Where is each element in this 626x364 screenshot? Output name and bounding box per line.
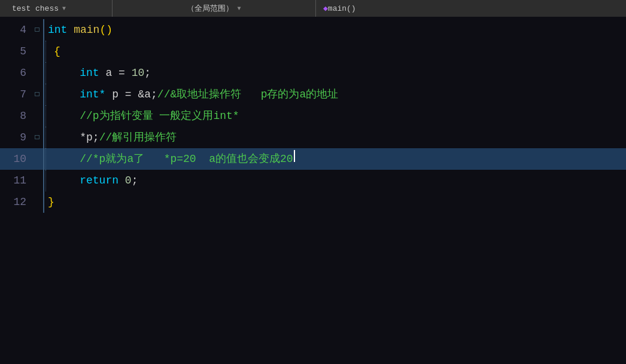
code-lines: 4□int main()5{6 int a = 10;7□ int* p = &… <box>0 17 626 213</box>
line-number: 12 <box>0 191 31 213</box>
fold-indicator[interactable]: □ <box>31 19 43 41</box>
code-content[interactable]: } <box>45 191 626 213</box>
token <box>54 175 80 186</box>
indent-guide-1 <box>43 170 44 191</box>
token <box>67 24 74 36</box>
code-line-7: 7□ int* p = &a;//&取地址操作符 p存的为a的地址 <box>0 84 626 105</box>
token: 0 <box>125 175 132 186</box>
indent-guide-2 <box>45 170 50 191</box>
code-line-4: 4□int main() <box>0 19 626 41</box>
token: ; <box>144 67 151 79</box>
indent-guide-2 <box>45 105 50 127</box>
scope-section[interactable]: （全局范围） ▼ <box>113 0 316 17</box>
indent-guide-1 <box>43 191 44 213</box>
line-number: 8 <box>0 105 31 127</box>
token: ; <box>132 175 138 186</box>
indent-guide-2 <box>45 148 50 170</box>
function-label: main() <box>328 4 356 13</box>
token: *p; <box>54 131 99 143</box>
project-dropdown-icon[interactable]: ▼ <box>62 5 66 12</box>
code-content[interactable]: return 0; <box>51 170 626 191</box>
token: main <box>74 24 99 36</box>
indent-guide-1 <box>43 105 44 127</box>
token: } <box>48 196 54 208</box>
code-line-6: 6 int a = 10; <box>0 62 626 84</box>
indent-guide-1 <box>43 41 44 62</box>
code-line-5: 5{ <box>0 41 626 62</box>
code-line-11: 11 return 0; <box>0 170 626 191</box>
indent-guide-2 <box>45 41 50 62</box>
line-number: 6 <box>0 62 31 84</box>
code-content[interactable]: { <box>51 41 626 62</box>
function-icon: ◆ <box>323 4 328 13</box>
token: p = &a; <box>105 88 157 100</box>
indent-guide-1 <box>43 19 44 41</box>
fold-indicator[interactable]: □ <box>31 127 43 148</box>
line-number: 11 <box>0 170 31 191</box>
code-line-9: 9□ *p;//解引用操作符 <box>0 127 626 148</box>
indent-guide-2 <box>45 62 50 84</box>
line-number: 10 <box>0 148 31 170</box>
line-number: 9 <box>0 127 31 148</box>
token: int* <box>54 88 105 100</box>
title-bar: test chess ▼ （全局范围） ▼ ◆ main() <box>0 0 626 17</box>
token: return <box>80 175 118 186</box>
line-number: 7 <box>0 84 31 105</box>
code-content[interactable]: //*p就为a了 *p=20 a的值也会变成20 <box>51 148 626 170</box>
token: int <box>48 24 67 36</box>
indent-guide-1 <box>43 127 44 148</box>
scope-label: （全局范围） <box>187 3 233 14</box>
token: a = <box>99 67 132 79</box>
code-content[interactable]: int main() <box>45 19 626 41</box>
project-label: test chess <box>12 4 59 13</box>
project-name[interactable]: test chess ▼ <box>5 0 113 17</box>
token: int <box>54 67 99 79</box>
code-editor: 4□int main()5{6 int a = 10;7□ int* p = &… <box>0 17 626 364</box>
token: { <box>54 45 60 57</box>
token <box>118 175 125 186</box>
indent-guide-1 <box>43 62 44 84</box>
text-cursor <box>294 150 295 162</box>
token: 10 <box>132 67 145 79</box>
line-number: 5 <box>0 41 31 62</box>
code-content[interactable]: int a = 10; <box>51 62 626 84</box>
fold-indicator[interactable]: □ <box>31 84 43 105</box>
token <box>54 110 80 122</box>
scope-dropdown-icon[interactable]: ▼ <box>237 5 241 12</box>
code-content[interactable]: *p;//解引用操作符 <box>51 127 626 148</box>
code-content[interactable]: int* p = &a;//&取地址操作符 p存的为a的地址 <box>51 84 626 105</box>
token: //解引用操作符 <box>99 131 177 143</box>
code-content[interactable]: //p为指针变量 一般定义用int* <box>51 105 626 127</box>
code-line-12: 12} <box>0 191 626 213</box>
token <box>54 153 80 165</box>
line-number: 4 <box>0 19 31 41</box>
indent-guide-1 <box>43 84 44 105</box>
indent-guide-2 <box>45 84 50 105</box>
token: //*p就为a了 *p=20 a的值也会变成20 <box>80 153 293 165</box>
token: //p为指针变量 一般定义用int* <box>80 110 239 122</box>
indent-guide-2 <box>45 127 50 148</box>
function-section: ◆ main() <box>316 0 363 17</box>
indent-guide-1 <box>43 148 44 170</box>
code-line-10: 10 //*p就为a了 *p=20 a的值也会变成20 <box>0 148 626 170</box>
code-line-8: 8 //p为指针变量 一般定义用int* <box>0 105 626 127</box>
token: () <box>99 24 113 36</box>
token: //&取地址操作符 p存的为a的地址 <box>157 88 338 100</box>
